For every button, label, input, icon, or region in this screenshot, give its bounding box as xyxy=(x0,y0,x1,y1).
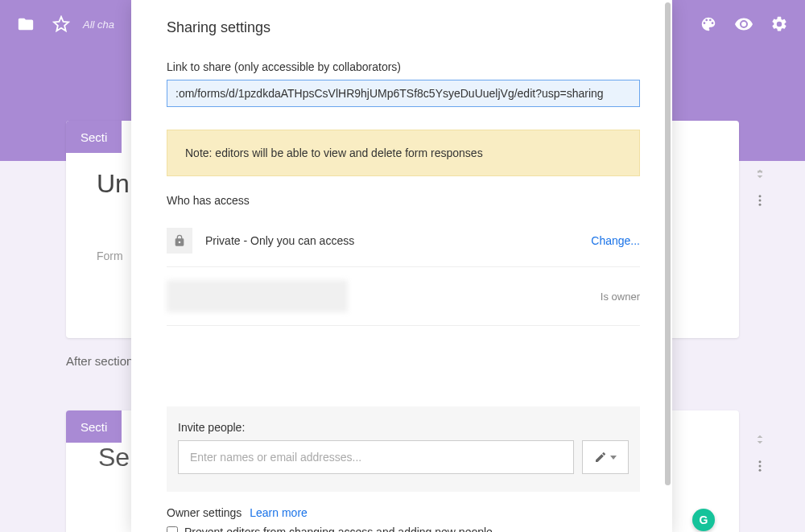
access-text: Private - Only you can access xyxy=(205,234,591,247)
palette-icon[interactable] xyxy=(699,14,718,34)
editor-note: Note: editors will be able to view and d… xyxy=(167,130,640,176)
grammarly-badge[interactable]: G xyxy=(692,509,715,531)
section-2-label: Secti xyxy=(66,410,122,443)
invite-row xyxy=(178,440,629,474)
section-1-side-actions xyxy=(753,167,767,211)
preview-icon[interactable] xyxy=(734,14,753,34)
section-2-title[interactable]: Se xyxy=(98,443,130,472)
owner-identity-blurred xyxy=(167,280,348,312)
svg-point-5 xyxy=(759,469,762,472)
section-2-side-actions xyxy=(753,433,767,476)
more-icon[interactable] xyxy=(753,193,767,211)
who-has-access-label: Who has access xyxy=(167,194,640,207)
svg-point-4 xyxy=(759,465,762,468)
collapse-icon[interactable] xyxy=(753,167,766,184)
sharing-modal: Sharing settings Link to share (only acc… xyxy=(131,0,672,532)
owner-settings-label: Owner settings xyxy=(167,506,242,519)
owner-row: Is owner xyxy=(167,267,640,326)
lock-icon xyxy=(167,228,192,254)
gear-icon[interactable] xyxy=(770,14,789,34)
modal-content: Sharing settings Link to share (only acc… xyxy=(131,0,672,532)
learn-more-link[interactable]: Learn more xyxy=(250,506,308,519)
invite-section: Invite people: xyxy=(167,406,640,492)
changes-status: All cha xyxy=(83,19,114,31)
access-row-private: Private - Only you can access Change... xyxy=(167,215,640,267)
modal-scrollbar-thumb[interactable] xyxy=(665,2,671,485)
change-access-link[interactable]: Change... xyxy=(591,234,640,247)
owner-settings: Owner settings Learn more Prevent editor… xyxy=(167,506,640,532)
share-link-input[interactable] xyxy=(167,80,640,107)
section-1-label: Secti xyxy=(66,121,122,153)
chevron-down-icon xyxy=(610,456,617,460)
star-icon[interactable] xyxy=(52,14,71,34)
owner-label: Is owner xyxy=(601,291,640,303)
section-1-title[interactable]: Un xyxy=(97,169,130,199)
invite-label: Invite people: xyxy=(178,421,629,434)
folder-icon[interactable] xyxy=(16,14,35,34)
header-actions xyxy=(699,14,789,34)
svg-point-1 xyxy=(759,200,762,202)
svg-point-3 xyxy=(759,460,762,463)
prevent-editors-label: Prevent editors from changing access and… xyxy=(184,526,493,532)
invite-input[interactable] xyxy=(178,440,574,474)
link-share-label: Link to share (only accessible by collab… xyxy=(167,60,640,73)
form-description[interactable]: Form xyxy=(97,250,123,262)
svg-point-2 xyxy=(759,204,762,206)
prevent-editors-checkbox[interactable] xyxy=(167,526,178,532)
prevent-editors-row: Prevent editors from changing access and… xyxy=(167,526,640,532)
modal-title: Sharing settings xyxy=(167,19,640,36)
collapse-icon[interactable] xyxy=(753,433,766,449)
svg-point-0 xyxy=(759,195,762,197)
more-icon[interactable] xyxy=(753,459,767,476)
permission-dropdown-button[interactable] xyxy=(582,440,629,474)
after-section-text: After section xyxy=(66,354,133,368)
